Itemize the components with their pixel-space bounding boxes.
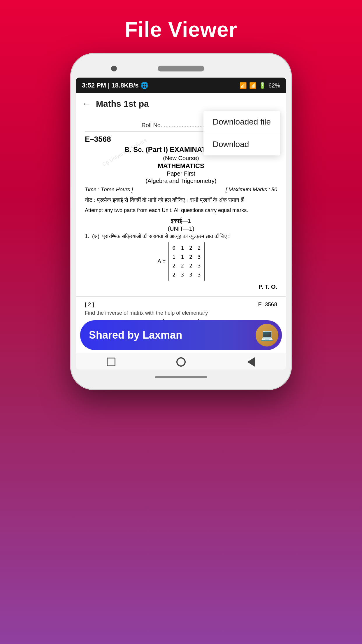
matrix-row-2: 1123 bbox=[172, 253, 201, 262]
q1-num: 1. bbox=[85, 233, 89, 239]
home-indicator bbox=[155, 376, 207, 378]
bottom-nav bbox=[76, 353, 286, 370]
front-camera bbox=[111, 66, 117, 71]
paper: Paper First bbox=[85, 170, 277, 177]
matrix-row-3: 2223 bbox=[172, 261, 201, 270]
page2-right: E–3568 bbox=[258, 301, 277, 308]
status-time-network: 3:52 PM | 18.8KB/s 🌐 bbox=[82, 82, 148, 89]
nav-back-button[interactable] bbox=[246, 357, 256, 367]
note-hindi: नोट : प्रत्येक इकाई से किन्हीं दो भागों … bbox=[85, 196, 277, 204]
back-button[interactable]: ← bbox=[82, 98, 91, 109]
matrix-row-4: 2333 bbox=[172, 270, 201, 279]
square-icon bbox=[107, 358, 115, 366]
time-info: Time : Three Hours ] bbox=[85, 187, 133, 193]
phone-bottom bbox=[155, 373, 207, 382]
time-marks-row: Time : Three Hours ] [ Maximum Marks : 5… bbox=[85, 187, 277, 193]
matrix-label: A = bbox=[157, 258, 166, 265]
matrix: 0122 1123 2223 2333 bbox=[168, 242, 204, 280]
paper-name: (Algebra and Trigonometry) bbox=[85, 178, 277, 184]
pto: P. T. O. bbox=[85, 284, 277, 290]
phone-screen: 3:52 PM | 18.8KB/s 🌐 📶 📶 🔋 62% ← Maths 1… bbox=[76, 78, 286, 370]
question-1: 1. (अ) प्रारम्भिक संक्रियाओं की सहायता स… bbox=[85, 233, 277, 239]
dropdown-menu: Downloaded file Download bbox=[203, 111, 280, 155]
q1a-label: (अ) bbox=[92, 233, 99, 239]
unit-english: (UNIT—1) bbox=[85, 225, 277, 232]
phone-top bbox=[76, 61, 286, 76]
page2-header: [ 2 ] E–3568 bbox=[85, 301, 277, 308]
battery-percent: 62% bbox=[268, 82, 280, 89]
signal-icon: 📶 bbox=[249, 82, 256, 89]
circle-icon bbox=[176, 357, 186, 367]
new-course: (New Course) bbox=[85, 155, 277, 162]
shared-avatar: 💻 bbox=[256, 324, 278, 346]
max-marks: [ Maximum Marks : 50 bbox=[226, 187, 277, 193]
matrix-area: A = 0122 1123 2223 2333 bbox=[85, 242, 277, 280]
dropdown-downloaded-file[interactable]: Downloaded file bbox=[203, 111, 280, 133]
shared-text: Shared by Laxman bbox=[89, 329, 182, 341]
doc-page2: [ 2 ] E–3568 Find the inverse of matrix … bbox=[76, 296, 286, 353]
nav-home-button[interactable] bbox=[176, 357, 186, 367]
page-title: File Viewer bbox=[125, 18, 237, 41]
q1a-text: प्रारम्भिक संक्रियाओं की सहायता से आव्यू… bbox=[102, 233, 230, 239]
nav-square-button[interactable] bbox=[106, 357, 116, 367]
phone-shell: 3:52 PM | 18.8KB/s 🌐 📶 📶 🔋 62% ← Maths 1… bbox=[70, 53, 292, 390]
wifi-icon: 📶 bbox=[240, 82, 247, 89]
triangle-icon bbox=[247, 357, 255, 367]
page2-text: Find the inverse of matrix with the help… bbox=[85, 310, 277, 316]
status-bar: 3:52 PM | 18.8KB/s 🌐 📶 📶 🔋 62% bbox=[76, 78, 286, 93]
shared-banner: Shared by Laxman 💻 bbox=[80, 320, 282, 350]
matrix-row-1: 0122 bbox=[172, 244, 201, 253]
subject: MATHEMATICS bbox=[85, 162, 277, 170]
dropdown-download[interactable]: Download bbox=[203, 133, 280, 155]
status-right: 📶 📶 🔋 62% bbox=[240, 82, 280, 89]
phone-speaker bbox=[158, 66, 204, 71]
page2-left: [ 2 ] bbox=[85, 301, 94, 308]
app-bar: ← Maths 1st pa Downloaded file Download bbox=[76, 93, 286, 114]
app-bar-title: Maths 1st pa bbox=[96, 99, 280, 109]
battery-icon: 🔋 bbox=[259, 82, 266, 89]
note-english: Attempt any two parts from each Unit. Al… bbox=[85, 206, 277, 215]
unit-hindi: इकाई—1 bbox=[85, 218, 277, 224]
